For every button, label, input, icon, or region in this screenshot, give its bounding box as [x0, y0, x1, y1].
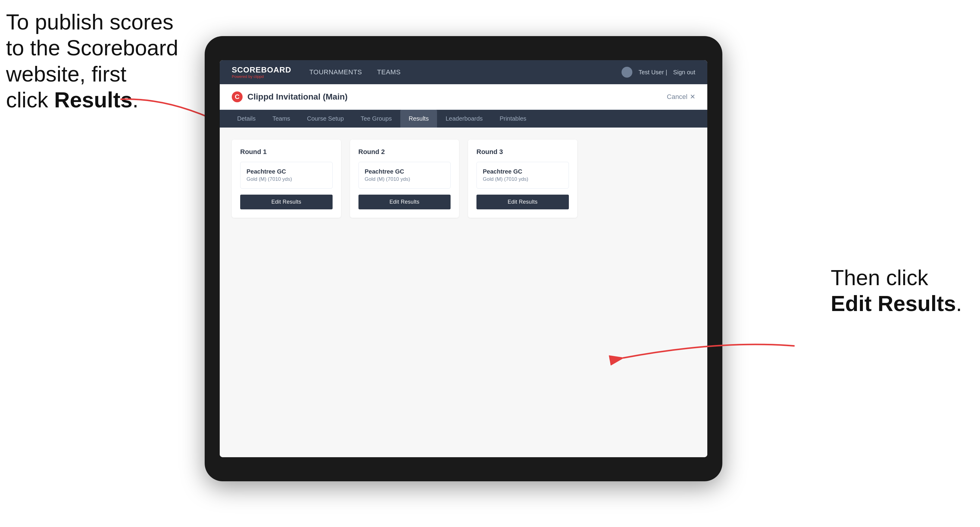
sign-out-link[interactable]: Sign out	[673, 69, 695, 76]
round-2-edit-results-button[interactable]: Edit Results	[358, 195, 451, 210]
instruction-right: Then click Edit Results.	[831, 265, 962, 317]
round-1-edit-results-button[interactable]: Edit Results	[240, 195, 332, 210]
tab-details[interactable]: Details	[229, 110, 264, 127]
round-1-card: Round 1 Peachtree GC Gold (M) (7010 yds)…	[232, 140, 341, 218]
round-3-title: Round 3	[476, 148, 569, 156]
nav-teams[interactable]: TEAMS	[377, 68, 401, 76]
round-3-course-name: Peachtree GC	[483, 168, 563, 175]
logo-sub: Powered by clippd	[232, 74, 291, 79]
tournament-name: Clippd Invitational (Main)	[247, 92, 348, 102]
instruction-left: To publish scores to the Scoreboard webs…	[6, 9, 178, 113]
tab-tee-groups[interactable]: Tee Groups	[352, 110, 400, 127]
round-2-course-details: Gold (M) (7010 yds)	[365, 176, 445, 182]
round-3-course-card: Peachtree GC Gold (M) (7010 yds)	[476, 162, 569, 189]
round-3-edit-results-button[interactable]: Edit Results	[476, 195, 569, 210]
logo-area: SCOREBOARD Powered by clippd	[232, 66, 291, 79]
round-3-card: Round 3 Peachtree GC Gold (M) (7010 yds)…	[468, 140, 577, 218]
tournament-title: C Clippd Invitational (Main)	[232, 91, 348, 102]
empty-column	[586, 140, 695, 218]
nav-tournaments[interactable]: TOURNAMENTS	[309, 68, 362, 76]
round-2-course-card: Peachtree GC Gold (M) (7010 yds)	[358, 162, 451, 189]
tab-printables[interactable]: Printables	[491, 110, 535, 127]
round-2-title: Round 2	[358, 148, 451, 156]
nav-links: TOURNAMENTS TEAMS	[309, 68, 622, 76]
rounds-grid: Round 1 Peachtree GC Gold (M) (7010 yds)…	[232, 140, 695, 218]
tab-leaderboards[interactable]: Leaderboards	[437, 110, 491, 127]
logo-text: SCOREBOARD	[232, 66, 291, 74]
round-2-course-name: Peachtree GC	[365, 168, 445, 175]
top-nav: SCOREBOARD Powered by clippd TOURNAMENTS…	[220, 60, 707, 84]
round-3-course-details: Gold (M) (7010 yds)	[483, 176, 563, 182]
round-2-card: Round 2 Peachtree GC Gold (M) (7010 yds)…	[350, 140, 459, 218]
tablet-screen: SCOREBOARD Powered by clippd TOURNAMENTS…	[220, 60, 707, 457]
tab-bar: Details Teams Course Setup Tee Groups Re…	[220, 110, 707, 127]
round-1-title: Round 1	[240, 148, 332, 156]
tournament-icon: C	[232, 91, 243, 102]
tab-teams[interactable]: Teams	[264, 110, 299, 127]
round-1-course-name: Peachtree GC	[247, 168, 326, 175]
round-1-course-details: Gold (M) (7010 yds)	[247, 176, 326, 182]
tablet-device: SCOREBOARD Powered by clippd TOURNAMENTS…	[205, 36, 722, 481]
nav-right: Test User | Sign out	[622, 67, 695, 78]
close-icon: ✕	[690, 93, 695, 101]
tab-results[interactable]: Results	[400, 110, 438, 127]
tournament-header: C Clippd Invitational (Main) Cancel ✕	[220, 84, 707, 110]
tab-course-setup[interactable]: Course Setup	[299, 110, 352, 127]
user-avatar	[622, 67, 632, 78]
round-1-course-card: Peachtree GC Gold (M) (7010 yds)	[240, 162, 332, 189]
user-name: Test User |	[638, 69, 667, 76]
cancel-button[interactable]: Cancel ✕	[667, 93, 695, 101]
main-content: Round 1 Peachtree GC Gold (M) (7010 yds)…	[220, 127, 707, 457]
